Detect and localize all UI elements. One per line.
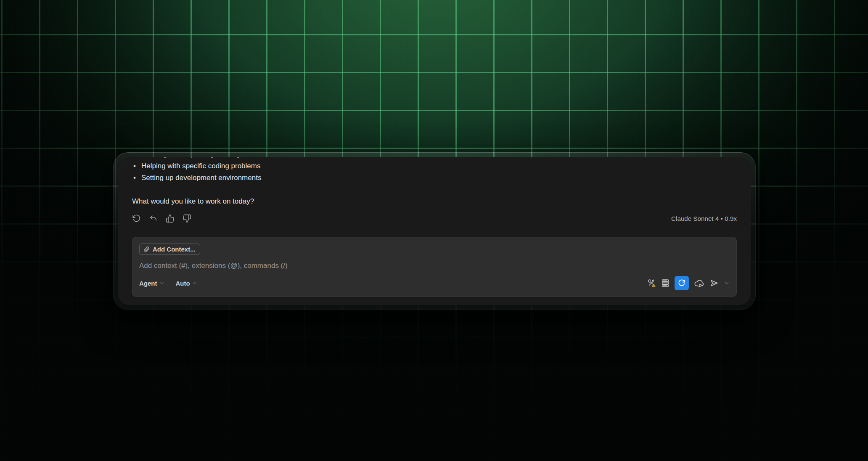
chevron-down-icon: [192, 281, 197, 286]
mode-dropdown[interactable]: Agent: [139, 280, 164, 287]
assistant-question: What would you like to work on today?: [132, 196, 737, 207]
chat-panel-frame: Reviewing and improving existing code He…: [113, 152, 756, 310]
chat-panel: Reviewing and improving existing code He…: [118, 157, 751, 305]
chat-input[interactable]: Add context (#), extensions (@), command…: [139, 262, 730, 270]
thumbs-down-icon[interactable]: [183, 214, 191, 223]
bullet-item: Setting up development environments: [132, 172, 737, 184]
model-dropdown-label: Auto: [176, 280, 190, 287]
thumbs-up-icon[interactable]: [166, 214, 175, 223]
mode-dropdown-label: Agent: [139, 280, 157, 287]
bullet-list: Reviewing and improving existing code He…: [132, 157, 737, 184]
chat-input-box[interactable]: Add Context... Add context (#), extensio…: [132, 237, 737, 297]
tools-warning-icon[interactable]: [647, 278, 656, 288]
sync-active-button[interactable]: [675, 276, 689, 290]
message-action-row: Claude Sonnet 4 • 0.9x: [132, 213, 737, 223]
bullet-item: Helping with specific coding problems: [132, 160, 737, 172]
send-button[interactable]: [709, 278, 719, 288]
assistant-message: Reviewing and improving existing code He…: [132, 157, 737, 207]
mcp-servers-icon[interactable]: [661, 278, 670, 288]
cloud-delegate-icon[interactable]: [693, 278, 704, 288]
composer-toolbar-row: Agent Auto: [139, 276, 730, 290]
composer-icon-toolbar: [647, 276, 730, 290]
bullet-clipped-text: Reviewing and improving existing code: [134, 157, 737, 160]
undo-icon[interactable]: [149, 214, 158, 223]
bullet-item-clipped: Reviewing and improving existing code: [132, 157, 737, 160]
add-context-label: Add Context...: [153, 246, 196, 253]
paperclip-icon: [144, 246, 150, 252]
model-dropdown[interactable]: Auto: [176, 280, 197, 287]
add-context-button[interactable]: Add Context...: [139, 244, 200, 255]
model-usage-label: Claude Sonnet 4 • 0.9x: [671, 215, 737, 222]
chevron-down-icon: [159, 281, 164, 286]
send-options-chevron-icon[interactable]: [724, 280, 730, 286]
retry-icon[interactable]: [132, 214, 141, 223]
